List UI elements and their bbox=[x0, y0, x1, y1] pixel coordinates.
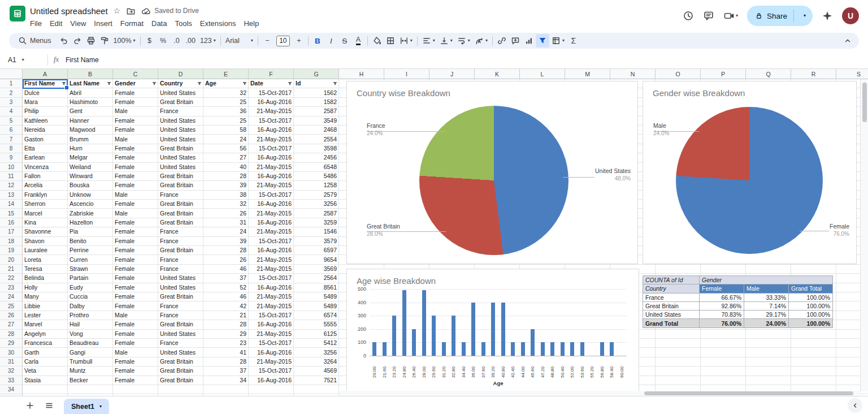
menu-format[interactable]: Format bbox=[116, 18, 147, 29]
cell-E34[interactable] bbox=[203, 385, 249, 394]
row-header-14[interactable]: 14 bbox=[0, 200, 23, 209]
cell-E27[interactable]: 28 bbox=[203, 320, 249, 329]
vertical-scrollbar[interactable] bbox=[860, 79, 868, 391]
cell-B19[interactable]: Perrine bbox=[68, 246, 113, 255]
cell-A17[interactable]: Shavonne bbox=[23, 227, 68, 236]
cell-P28[interactable] bbox=[701, 330, 746, 339]
cell-E31[interactable]: 28 bbox=[203, 357, 249, 366]
cell-E10[interactable]: 40 bbox=[203, 163, 249, 172]
horizontal-scrollbar[interactable] bbox=[339, 391, 860, 396]
avatar[interactable]: U bbox=[842, 7, 859, 24]
cell-D26[interactable]: France bbox=[158, 311, 203, 320]
row-header-31[interactable]: 31 bbox=[0, 357, 23, 366]
cell-C33[interactable]: Female bbox=[113, 376, 158, 385]
cell-D30[interactable]: United States bbox=[158, 348, 203, 357]
merge-cells-button[interactable]: ▾ bbox=[397, 34, 415, 48]
cell-C18[interactable]: Female bbox=[113, 237, 158, 246]
cell-D5[interactable]: United States bbox=[158, 117, 203, 126]
cell-Q28[interactable] bbox=[746, 330, 791, 339]
row-header-22[interactable]: 22 bbox=[0, 274, 23, 283]
cell-F29[interactable]: 15-Oct-2017 bbox=[249, 339, 294, 348]
cell-R21[interactable] bbox=[791, 265, 836, 274]
cell-G17[interactable]: 1546 bbox=[294, 227, 339, 236]
sheet-tab-menu-icon[interactable]: ▾ bbox=[99, 404, 102, 409]
cell-Q29[interactable] bbox=[746, 339, 791, 348]
cell-E6[interactable]: 58 bbox=[203, 126, 249, 135]
cell-F27[interactable]: 16-Aug-2016 bbox=[249, 320, 294, 329]
cell-E1[interactable]: Age bbox=[203, 79, 249, 88]
cell-A18[interactable]: Shavon bbox=[23, 237, 68, 246]
cell-F16[interactable]: 16-Aug-2016 bbox=[249, 218, 294, 227]
row-header-3[interactable]: 3 bbox=[0, 98, 23, 107]
cell-G15[interactable]: 2587 bbox=[294, 209, 339, 218]
column-header-M[interactable]: M bbox=[565, 69, 610, 79]
cell-E3[interactable]: 25 bbox=[203, 98, 249, 107]
cell-E29[interactable]: 23 bbox=[203, 339, 249, 348]
cell-G28[interactable]: 6125 bbox=[294, 330, 339, 339]
cell-G8[interactable]: 3598 bbox=[294, 144, 339, 153]
cell-A31[interactable]: Carla bbox=[23, 357, 68, 366]
cell-F7[interactable]: 21-May-2015 bbox=[249, 135, 294, 144]
cell-D10[interactable]: United States bbox=[158, 163, 203, 172]
cell-D28[interactable]: United States bbox=[158, 330, 203, 339]
menu-edit[interactable]: Edit bbox=[46, 18, 66, 29]
cell-E15[interactable]: 26 bbox=[203, 209, 249, 218]
star-icon[interactable]: ☆ bbox=[114, 6, 121, 15]
cell-F5[interactable]: 15-Oct-2017 bbox=[249, 117, 294, 126]
cell-P30[interactable] bbox=[701, 348, 746, 357]
cell-C31[interactable]: Female bbox=[113, 357, 158, 366]
number-format-button[interactable]: 123▾ bbox=[198, 34, 218, 48]
column-header-B[interactable]: B bbox=[68, 69, 113, 79]
cell-O31[interactable] bbox=[656, 357, 701, 366]
cell-B4[interactable]: Gent bbox=[68, 107, 113, 116]
row-header-1[interactable]: 1 bbox=[0, 79, 23, 88]
cell-G29[interactable]: 5412 bbox=[294, 339, 339, 348]
cell-B7[interactable]: Brumm bbox=[68, 135, 113, 144]
cell-B12[interactable]: Bouska bbox=[68, 181, 113, 190]
cell-P32[interactable] bbox=[701, 366, 746, 376]
cell-P29[interactable] bbox=[701, 339, 746, 348]
cell-G33[interactable]: 7521 bbox=[294, 376, 339, 385]
filter-views-button[interactable]: ▾ bbox=[549, 34, 567, 48]
cell-G7[interactable]: 2554 bbox=[294, 135, 339, 144]
cell-E5[interactable]: 25 bbox=[203, 117, 249, 126]
cell-B30[interactable]: Gangi bbox=[68, 348, 113, 357]
cell-F32[interactable]: 15-Oct-2017 bbox=[249, 366, 294, 376]
cell-G30[interactable]: 3256 bbox=[294, 348, 339, 357]
cell-F8[interactable]: 15-Oct-2017 bbox=[249, 144, 294, 153]
share-dropdown-icon[interactable]: ▾ bbox=[799, 14, 810, 18]
cell-D14[interactable]: Great Britain bbox=[158, 200, 203, 209]
cell-C19[interactable]: Female bbox=[113, 246, 158, 255]
hide-menus-button[interactable] bbox=[841, 34, 854, 48]
cell-R30[interactable] bbox=[791, 348, 836, 357]
cell-D29[interactable]: France bbox=[158, 339, 203, 348]
cell-A34[interactable] bbox=[23, 385, 68, 394]
format-percent-button[interactable]: % bbox=[157, 34, 170, 48]
cell-E18[interactable]: 39 bbox=[203, 237, 249, 246]
cell-Q33[interactable] bbox=[746, 376, 791, 385]
cell-C12[interactable]: Female bbox=[113, 181, 158, 190]
cell-D9[interactable]: United States bbox=[158, 153, 203, 162]
row-header-19[interactable]: 19 bbox=[0, 246, 23, 255]
cell-B31[interactable]: Trumbull bbox=[68, 357, 113, 366]
cell-D27[interactable]: Great Britain bbox=[158, 320, 203, 329]
row-header-2[interactable]: 2 bbox=[0, 88, 23, 97]
column-filter-icon[interactable] bbox=[106, 81, 112, 87]
row-header-29[interactable]: 29 bbox=[0, 339, 23, 348]
all-sheets-button[interactable] bbox=[45, 401, 54, 410]
cell-D17[interactable]: France bbox=[158, 227, 203, 236]
column-header-F[interactable]: F bbox=[249, 69, 294, 79]
pivot-table[interactable]: COUNTA of IdGenderCountryFemaleMaleGrand… bbox=[643, 275, 833, 328]
cell-F33[interactable]: 16-Aug-2016 bbox=[249, 376, 294, 385]
cell-G14[interactable]: 3256 bbox=[294, 200, 339, 209]
cell-O32[interactable] bbox=[656, 366, 701, 376]
cell-F34[interactable] bbox=[249, 385, 294, 394]
cell-G24[interactable]: 5489 bbox=[294, 292, 339, 301]
cell-D2[interactable]: United States bbox=[158, 88, 203, 97]
cell-Q31[interactable] bbox=[746, 357, 791, 366]
cell-D8[interactable]: Great Britain bbox=[158, 144, 203, 153]
column-header-N[interactable]: N bbox=[610, 69, 656, 79]
cell-D24[interactable]: Great Britain bbox=[158, 292, 203, 301]
cell-A15[interactable]: Marcel bbox=[23, 209, 68, 218]
column-filter-icon[interactable] bbox=[287, 81, 293, 87]
